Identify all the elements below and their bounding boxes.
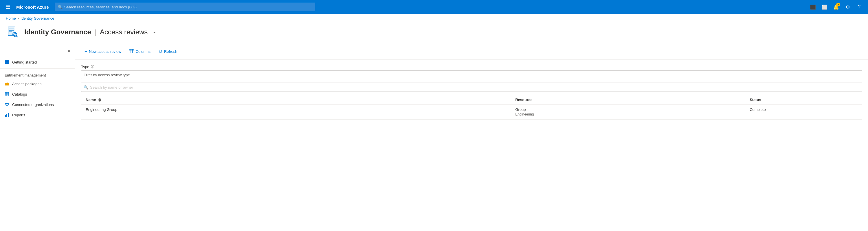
columns-icon bbox=[129, 49, 134, 54]
svg-rect-22 bbox=[8, 113, 9, 117]
table-row[interactable]: Engineering Group Group Engineering Comp… bbox=[81, 105, 862, 120]
portal-icon: ⬜ bbox=[822, 4, 828, 10]
page-title-divider: | bbox=[95, 28, 96, 36]
breadcrumb-home[interactable]: Home bbox=[6, 16, 16, 21]
notification-badge: 7 bbox=[836, 3, 840, 6]
catalogs-label: Catalogs bbox=[12, 92, 27, 97]
svg-rect-7 bbox=[5, 60, 7, 62]
svg-rect-8 bbox=[7, 60, 9, 62]
catalogs-icon bbox=[5, 92, 9, 97]
terminal-icon-btn[interactable]: ⬛ bbox=[808, 2, 818, 12]
page-title-section: Identity Governance | Access reviews ··· bbox=[24, 28, 158, 36]
global-search-bar[interactable]: 🔍 bbox=[55, 3, 315, 11]
entitlement-management-label: Entitlement management bbox=[0, 70, 75, 79]
search-input[interactable] bbox=[90, 85, 860, 89]
reports-label: Reports bbox=[12, 113, 26, 117]
svg-rect-14 bbox=[5, 92, 9, 96]
toolbar: + New access review Columns ↺ Refre bbox=[75, 44, 868, 60]
refresh-button[interactable]: ↺ Refresh bbox=[155, 47, 181, 56]
azure-logo: Microsoft Azure bbox=[16, 5, 49, 9]
add-icon: + bbox=[85, 49, 87, 54]
resource-name: Engineering bbox=[515, 112, 740, 116]
type-filter-row: Type ⓘ Filter by access review type bbox=[81, 65, 862, 79]
svg-rect-21 bbox=[6, 114, 7, 117]
new-access-review-button[interactable]: + New access review bbox=[81, 47, 125, 56]
hamburger-icon[interactable]: ☰ bbox=[3, 3, 13, 11]
svg-marker-28 bbox=[98, 98, 101, 100]
access-packages-icon bbox=[5, 81, 9, 86]
sidebar-item-connected-organizations[interactable]: Connected organizations bbox=[0, 99, 75, 110]
column-header-name[interactable]: Name bbox=[81, 95, 510, 105]
filters-section: Type ⓘ Filter by access review type 🔍 bbox=[75, 60, 868, 92]
sidebar: « Getting started Entitlement management bbox=[0, 44, 75, 231]
svg-rect-20 bbox=[5, 115, 6, 117]
breadcrumb-current: Identity Governance bbox=[21, 16, 54, 21]
nav-right-icons: ⬛ ⬜ 🔔 7 ⚙ ? bbox=[808, 2, 865, 12]
getting-started-label: Getting started bbox=[12, 60, 37, 65]
collapse-icon[interactable]: « bbox=[67, 47, 71, 54]
main-layout: « Getting started Entitlement management bbox=[0, 44, 868, 231]
page-header: Identity Governance | Access reviews ··· bbox=[0, 23, 868, 44]
more-options-icon[interactable]: ··· bbox=[151, 28, 158, 36]
sidebar-item-getting-started[interactable]: Getting started bbox=[0, 57, 75, 67]
identity-governance-icon bbox=[7, 26, 19, 38]
table-cell-resource: Group Engineering bbox=[510, 105, 745, 120]
reports-icon bbox=[5, 113, 9, 117]
type-filter-label: Type ⓘ bbox=[81, 65, 862, 69]
svg-line-6 bbox=[16, 36, 18, 37]
refresh-icon: ↺ bbox=[159, 49, 162, 54]
content-area: + New access review Columns ↺ Refre bbox=[75, 44, 868, 231]
access-packages-label: Access packages bbox=[12, 82, 41, 86]
help-icon: ? bbox=[858, 4, 861, 9]
svg-point-19 bbox=[7, 103, 9, 105]
settings-icon-btn[interactable]: ⚙ bbox=[842, 2, 853, 12]
svg-marker-29 bbox=[98, 100, 101, 102]
connected-organizations-label: Connected organizations bbox=[12, 103, 54, 107]
top-navbar: ☰ Microsoft Azure 🔍 ⬛ ⬜ 🔔 7 ⚙ ? bbox=[0, 0, 868, 14]
search-icon: 🔍 bbox=[58, 5, 63, 9]
breadcrumb-separator: › bbox=[18, 16, 19, 21]
svg-rect-10 bbox=[7, 62, 9, 64]
search-icon: 🔍 bbox=[84, 85, 88, 89]
type-info-icon[interactable]: ⓘ bbox=[91, 65, 94, 69]
svg-rect-12 bbox=[6, 82, 8, 83]
settings-icon: ⚙ bbox=[846, 4, 850, 10]
table-cell-status: Complete bbox=[745, 105, 862, 120]
help-icon-btn[interactable]: ? bbox=[854, 2, 865, 12]
page-icon bbox=[6, 25, 20, 39]
svg-rect-9 bbox=[5, 62, 7, 64]
sidebar-item-catalogs[interactable]: Catalogs bbox=[0, 89, 75, 99]
portal-icon-btn[interactable]: ⬜ bbox=[819, 2, 830, 12]
connected-organizations-icon bbox=[5, 102, 9, 107]
global-search-input[interactable] bbox=[64, 5, 312, 9]
access-reviews-table: Name Resource bbox=[81, 95, 862, 120]
table-header-row: Name Resource bbox=[81, 95, 862, 105]
column-header-status: Status bbox=[745, 95, 862, 105]
terminal-icon: ⬛ bbox=[810, 4, 816, 10]
column-header-resource: Resource bbox=[510, 95, 745, 105]
resource-cell: Group Engineering bbox=[515, 107, 740, 116]
sidebar-item-reports[interactable]: Reports bbox=[0, 110, 75, 120]
breadcrumb: Home › Identity Governance bbox=[0, 14, 868, 23]
sidebar-collapse-btn[interactable]: « bbox=[0, 46, 75, 57]
notification-icon-btn[interactable]: 🔔 7 bbox=[831, 2, 841, 12]
columns-button[interactable]: Columns bbox=[126, 47, 154, 56]
sidebar-item-access-packages[interactable]: Access packages bbox=[0, 79, 75, 89]
table-cell-name: Engineering Group bbox=[81, 105, 510, 120]
search-input-row[interactable]: 🔍 bbox=[81, 83, 862, 92]
page-subtitle: Access reviews bbox=[100, 28, 148, 36]
svg-point-5 bbox=[13, 33, 16, 36]
table-container: Name Resource bbox=[75, 95, 868, 120]
name-sort-icon[interactable] bbox=[98, 98, 101, 102]
getting-started-icon bbox=[5, 60, 9, 65]
resource-type: Group bbox=[515, 107, 740, 112]
type-filter-dropdown[interactable]: Filter by access review type bbox=[81, 71, 862, 79]
svg-point-18 bbox=[5, 103, 7, 105]
page-title: Identity Governance bbox=[24, 28, 91, 36]
